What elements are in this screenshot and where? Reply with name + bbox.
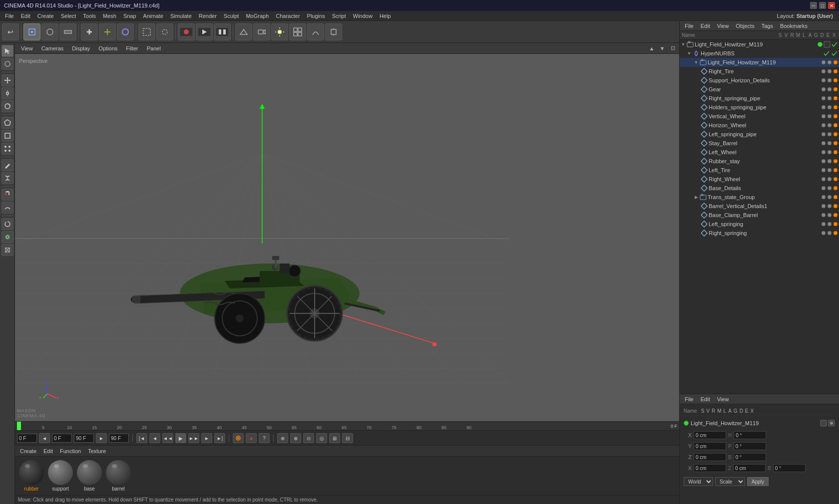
apply-button[interactable]: Apply	[747, 477, 769, 486]
menu-mesh[interactable]: Mesh	[100, 12, 119, 20]
prev-key-button[interactable]: ◄◄	[162, 433, 173, 443]
bn-field[interactable]	[773, 464, 806, 472]
knife-tool[interactable]	[1, 159, 13, 171]
texture-tool[interactable]	[1, 244, 13, 256]
vp-menu-panel[interactable]: Panel	[143, 44, 165, 52]
y-pos-field[interactable]	[694, 442, 726, 450]
obj-menu-edit[interactable]: Edit	[698, 22, 713, 30]
maximize-button[interactable]: □	[819, 2, 826, 9]
vp-icon-1[interactable]: ▲	[647, 44, 656, 53]
menu-create[interactable]: Create	[34, 12, 57, 20]
obj-child-8[interactable]: Stay_Barrel	[680, 139, 839, 148]
grid-tool-button[interactable]	[289, 23, 306, 40]
obj-child-12[interactable]: Right_Wheel	[680, 175, 839, 184]
minimize-button[interactable]: ─	[810, 2, 817, 9]
obj-menu-view[interactable]: View	[714, 22, 732, 30]
scale-tool-button[interactable]	[99, 23, 116, 40]
obj-menu-bookmarks[interactable]: Bookmarks	[777, 22, 811, 30]
obj-trans-state[interactable]: ▶ Trans_state_Group	[680, 193, 839, 202]
play-button[interactable]: ▶	[175, 433, 186, 443]
vp-menu-display[interactable]: Display	[68, 44, 94, 52]
camera-tool-button[interactable]	[253, 23, 270, 40]
close-button[interactable]: ✕	[828, 2, 835, 9]
menu-window[interactable]: Window	[350, 12, 376, 20]
smooth-tool[interactable]	[1, 202, 13, 214]
anim-record-button[interactable]	[178, 23, 195, 40]
menu-simulate[interactable]: Simulate	[167, 12, 195, 20]
obj-root[interactable]: ▼ Light_Field_Howitzer_M119	[680, 40, 839, 49]
timeline-expand-button[interactable]: ⊟	[342, 433, 353, 443]
attr-menu-edit[interactable]: Edit	[698, 395, 713, 403]
obj-child-7[interactable]: Left_springing_pipe	[680, 130, 839, 139]
obj-base-clamp[interactable]: Base_Clamp_Barrel	[680, 211, 839, 220]
obj-child-1[interactable]: Support_Horizon_Details	[680, 76, 839, 85]
edge-tool[interactable]	[1, 130, 13, 142]
obj-child-4[interactable]: Holders_springing_pipe	[680, 103, 839, 112]
b-field[interactable]	[734, 453, 766, 461]
material-support[interactable]: support	[48, 460, 73, 492]
light-tool-button[interactable]	[271, 23, 288, 40]
polygon-tool[interactable]	[1, 117, 13, 129]
sz-field[interactable]	[733, 464, 766, 472]
attr-menu-view[interactable]: View	[714, 395, 732, 403]
vp-menu-view[interactable]: View	[17, 44, 37, 52]
select-live-button[interactable]	[156, 23, 173, 40]
vp-icon-2[interactable]: ▼	[658, 44, 667, 53]
root-collapse[interactable]: ▼	[681, 42, 686, 47]
frame-end-field2[interactable]	[109, 434, 129, 443]
obj-menu-objects[interactable]: Objects	[733, 22, 757, 30]
hypernurbs-collapse[interactable]: ▼	[687, 51, 692, 56]
z-pos-field[interactable]	[694, 453, 726, 461]
obj-child-9[interactable]: Left_Wheel	[680, 148, 839, 157]
mat-create[interactable]: Create	[17, 447, 39, 455]
attr-menu-file[interactable]: File	[682, 395, 697, 403]
menu-mograph[interactable]: MoGraph	[243, 12, 272, 20]
obj-child-11[interactable]: Left_Tire	[680, 166, 839, 175]
key-motion-button[interactable]: ◎	[316, 433, 327, 443]
obj-right-springing[interactable]: Right_springing	[680, 229, 839, 238]
select-all-button[interactable]	[138, 23, 155, 40]
coord-space-dropdown[interactable]: World Object	[684, 477, 713, 486]
rotate-tool[interactable]	[1, 100, 13, 112]
material-rubber[interactable]: rubber	[19, 460, 44, 492]
model-mode-button[interactable]	[23, 23, 40, 40]
vp-icon-3[interactable]: ⊡	[668, 44, 677, 53]
select-tool[interactable]	[1, 45, 13, 57]
point-tool[interactable]	[1, 143, 13, 155]
frame-start-field[interactable]	[17, 434, 37, 443]
menu-script[interactable]: Script	[329, 12, 349, 20]
menu-select[interactable]: Select	[58, 12, 79, 20]
live-select-tool[interactable]	[1, 58, 13, 70]
obj-child-5[interactable]: Vertical_Wheel	[680, 112, 839, 121]
obj-child-6[interactable]: Horizon_Wheel	[680, 121, 839, 130]
obj-child-3[interactable]: Right_springing_pipe	[680, 94, 839, 103]
material-barrel[interactable]: barrel	[106, 460, 131, 492]
help-button[interactable]: ?	[259, 433, 270, 443]
material-base[interactable]: base	[77, 460, 102, 492]
trans-collapse[interactable]: ▶	[694, 195, 699, 200]
obj-menu-tags[interactable]: Tags	[759, 22, 776, 30]
next-key-button[interactable]: ►►	[188, 433, 199, 443]
vp-menu-cameras[interactable]: Cameras	[37, 44, 68, 52]
undo-button[interactable]: ↩	[2, 23, 19, 40]
texture-mode-button[interactable]	[59, 23, 76, 40]
menu-tools[interactable]: Tools	[80, 12, 99, 20]
obj-barrel-vertical[interactable]: Barrel_Vertical_Details1	[680, 202, 839, 211]
spline-button[interactable]	[307, 23, 324, 40]
vp-menu-options[interactable]: Options	[94, 44, 121, 52]
goto-end-button[interactable]: ►|	[214, 433, 225, 443]
anim-settings-button[interactable]	[233, 433, 244, 443]
menu-file[interactable]: File	[2, 12, 17, 20]
frame-end-field1[interactable]	[74, 434, 94, 443]
p-field[interactable]	[734, 442, 766, 450]
obj-hypernurbs[interactable]: ▼ HyperNURBS	[680, 49, 839, 58]
obj-main-group[interactable]: ▼ Light_Field_Howitzer_M119	[680, 58, 839, 67]
goto-start-button[interactable]: |◄	[136, 433, 147, 443]
obj-child-2[interactable]: Gear	[680, 85, 839, 94]
object-tool-button[interactable]	[235, 23, 252, 40]
primitive-button[interactable]	[325, 23, 342, 40]
obj-child-10[interactable]: Rubber_stay	[680, 157, 839, 166]
key-add-button[interactable]: ⊕	[277, 433, 288, 443]
x-pos-field[interactable]	[694, 431, 726, 439]
mat-edit[interactable]: Edit	[40, 447, 56, 455]
